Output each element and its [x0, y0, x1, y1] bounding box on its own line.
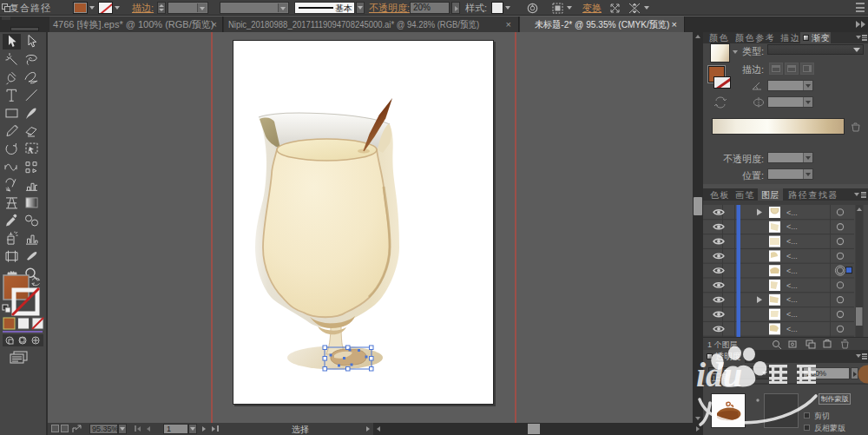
svg-text:<...: <...: [786, 281, 798, 290]
svg-text:<...: <...: [786, 310, 798, 319]
svg-text:<...: <...: [786, 208, 798, 217]
svg-text:<...: <...: [786, 252, 798, 260]
svg-text:<...: <...: [786, 295, 798, 304]
svg-text:<...: <...: [786, 267, 798, 275]
svg-text:<...: <...: [786, 325, 798, 333]
svg-text:<...: <...: [786, 237, 798, 246]
svg-text:<...: <...: [786, 222, 798, 231]
